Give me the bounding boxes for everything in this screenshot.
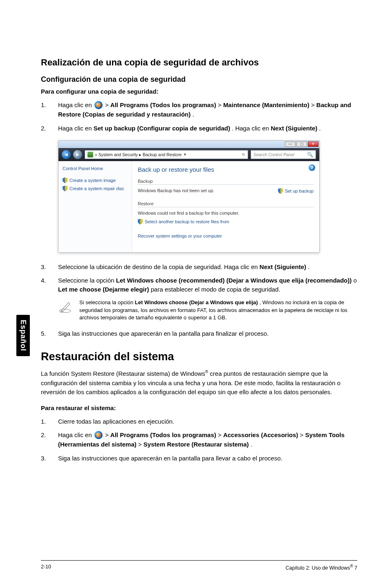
step-number: 1. <box>41 101 58 119</box>
step-body: Siga las instrucciones que aparecerán en… <box>58 329 357 338</box>
bold: Accessories (Accesorios) <box>223 431 298 438</box>
text: 7 <box>353 565 357 571</box>
shield-icon <box>278 188 283 194</box>
bold: System Restore (Restaurar sistema) <box>143 441 249 448</box>
text: para establecer el modo de copia de segu… <box>151 286 280 293</box>
text: o <box>353 277 356 284</box>
group-backup-label: Backup <box>138 179 314 184</box>
text: Haga clic en <box>58 125 94 132</box>
document-page: Realización de una copia de seguridad de… <box>0 0 390 492</box>
start-orb-icon <box>94 431 103 439</box>
create-repair-disc-link[interactable]: Create a system repair disc <box>63 186 128 191</box>
chapter-label: Capítulo 2: Uso de Windows® 7 <box>285 564 357 571</box>
text: Seleccione la ubicación de destino de la… <box>58 263 260 270</box>
search-input[interactable]: Search Control Panel 🔍 <box>251 150 316 159</box>
refresh-icon[interactable]: ↻ <box>242 153 245 157</box>
link-text: Create a system image <box>69 178 116 183</box>
control-panel-home-link[interactable]: Control Panel Home <box>63 166 128 171</box>
bold: All Programs (Todos los programas) <box>110 101 216 108</box>
step-number: 1. <box>41 417 58 426</box>
bold: Let Windows choose (Dejar a Windows que … <box>135 299 258 305</box>
text: Si selecciona la opción <box>79 299 135 305</box>
bold: Maintenance (Mantenimiento) <box>223 101 309 108</box>
pane-heading: Back up or restore your files <box>138 166 314 173</box>
link-text: Set up backup <box>285 189 314 193</box>
setup-backup-link[interactable]: Set up backup <box>278 188 314 194</box>
restore-status-text: Windows could not find a backup for this… <box>138 211 314 215</box>
bold: Next (Siguiente) <box>271 125 317 132</box>
step-number: 3. <box>41 454 58 463</box>
step-body: Cierre todas las aplicaciones en ejecuci… <box>58 417 357 426</box>
text: . <box>192 111 194 118</box>
step-number: 3. <box>41 263 58 272</box>
step-5: 5. Siga las instrucciones que aparecerán… <box>41 329 357 338</box>
note-icon <box>58 299 72 315</box>
main-pane: ? Back up or restore your files Backup W… <box>132 161 319 252</box>
text: . <box>308 263 309 270</box>
group-restore: Windows could not find a backup for this… <box>138 207 314 247</box>
group-backup: Windows Backup has not been set up. Set … <box>138 184 314 200</box>
text: > <box>105 101 110 108</box>
sidebar: Control Panel Home Create a system image… <box>58 161 132 252</box>
text: Seleccione la opción <box>58 277 116 284</box>
window-titlebar: — ▢ ✕ <box>58 141 319 148</box>
breadcrumb-text: « System and Security ▸ Backup and Resto… <box>95 152 182 157</box>
bold: Set up backup (Configurar copia de segur… <box>94 125 230 132</box>
text: . <box>319 125 321 132</box>
page-number: 2-10 <box>41 564 51 571</box>
step-4: 4. Seleccione la opción Let Windows choo… <box>41 276 357 294</box>
lead-restore: Para restaurar el sistema: <box>41 404 357 411</box>
step-number: 2. <box>41 431 58 449</box>
help-icon[interactable]: ? <box>309 164 315 171</box>
window-maximize-button[interactable]: ▢ <box>296 141 307 147</box>
lead-config: Para configurar una copia de seguridad: <box>41 88 357 95</box>
window-body: Control Panel Home Create a system image… <box>58 161 319 252</box>
breadcrumb[interactable]: « System and Security ▸ Backup and Resto… <box>85 150 248 159</box>
steps-config: 1. Haga clic en > All Programs (Todos lo… <box>41 101 357 133</box>
backup-restore-window: — ▢ ✕ ◄ ► « System and Security ▸ Backup… <box>58 140 320 253</box>
step-number: 2. <box>41 124 58 133</box>
steps-config-cont: 3. Seleccione la ubicación de destino de… <box>41 263 357 294</box>
bold: All Programs (Todos los programas) <box>110 431 216 438</box>
shield-icon <box>63 186 67 191</box>
link-text: Create a system repair disc <box>69 186 124 191</box>
step-r3: 3. Siga las instrucciones que aparecerán… <box>41 454 357 463</box>
window-close-button[interactable]: ✕ <box>308 141 318 147</box>
text: > <box>218 101 223 108</box>
heading-backup-files: Realización de una copia de seguridad de… <box>41 57 357 68</box>
text: > <box>138 441 143 448</box>
step-body: Seleccione la ubicación de destino de la… <box>58 263 357 272</box>
step-number: 4. <box>41 276 58 294</box>
text: La función System Restore (Restaurar sis… <box>41 370 205 377</box>
recover-system-link[interactable]: Recover system settings or your computer <box>138 233 314 238</box>
start-orb-icon <box>94 101 103 109</box>
bold: Let me choose (Dejarme elegir) <box>58 286 149 293</box>
create-system-image-link[interactable]: Create a system image <box>63 177 128 183</box>
chevron-down-icon[interactable]: ▼ <box>183 153 187 157</box>
step-2: 2. Haga clic en Set up backup (Configura… <box>41 124 357 133</box>
select-another-backup-link[interactable]: Select another backup to restore files f… <box>138 219 314 224</box>
text: Haga clic en <box>58 431 94 438</box>
search-icon: 🔍 <box>307 152 313 157</box>
backup-status-text: Windows Backup has not been set up. <box>138 188 214 193</box>
heading-restore: Restauración del sistema <box>41 350 357 363</box>
text: . <box>251 441 252 448</box>
link-text: Select another backup to restore files f… <box>145 219 229 224</box>
text: Capítulo 2: Uso de Windows <box>285 565 350 571</box>
step-body: Siga las instrucciones que aparecerán en… <box>58 454 357 463</box>
nav-forward-button[interactable]: ► <box>73 150 82 159</box>
text: > <box>105 431 110 438</box>
text: > <box>311 101 316 108</box>
text: . Haga clic en <box>232 125 271 132</box>
restore-paragraph: La función System Restore (Restaurar sis… <box>41 369 357 397</box>
steps-restore: 1. Cierre todas las aplicaciones en ejec… <box>41 417 357 463</box>
step-body: Seleccione la opción Let Windows choose … <box>58 276 357 294</box>
shield-icon <box>63 177 67 183</box>
shield-icon <box>138 219 143 224</box>
text: > <box>300 431 305 438</box>
nav-back-button[interactable]: ◄ <box>62 150 71 159</box>
window-minimize-button[interactable]: — <box>285 141 296 147</box>
note-callout: Si selecciona la opción Let Windows choo… <box>58 299 357 322</box>
heading-config: Configuración de una copia de seguridad <box>41 75 357 84</box>
note-text: Si selecciona la opción Let Windows choo… <box>79 299 357 322</box>
